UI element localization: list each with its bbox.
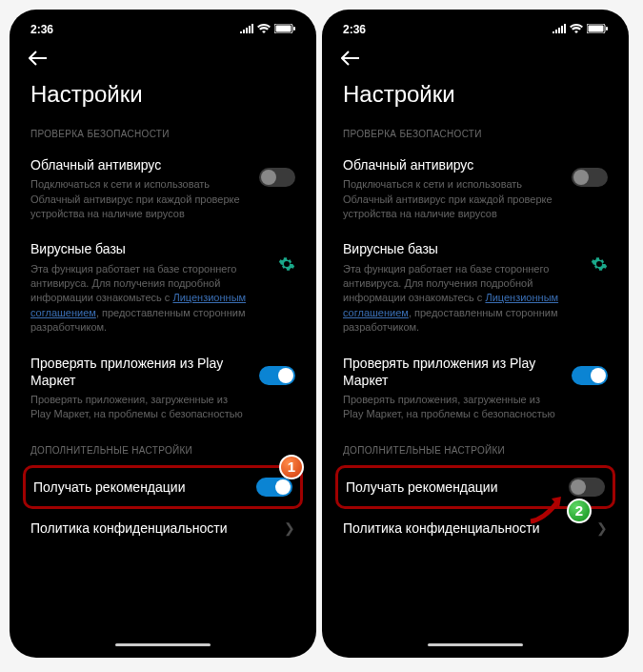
play-check-toggle[interactable] [572,366,608,385]
status-bar: 2:36 [328,17,623,40]
annotation-badge-1: 1 [279,455,304,479]
recommendations-title: Получать рекомендации [346,479,557,496]
status-icons [553,23,608,36]
virus-db-desc: Эта функция работает на базе стороннего … [30,262,267,336]
wifi-icon [570,23,583,36]
screen-left: 2:36 Настройки ПРОВЕРКА БЕЗОПАСНОСТИ [15,17,311,650]
phone-frame-left: 2:36 Настройки ПРОВЕРКА БЕЗОПАСНОСТИ [10,10,316,658]
cloud-av-desc: Подключаться к сети и использовать Облач… [30,177,248,221]
highlight-recommendations: 1 Получать рекомендации [23,465,303,509]
section-additional: ДОПОЛНИТЕЛЬНЫЕ НАСТРОЙКИ [328,439,623,465]
back-row [15,40,311,75]
virus-db-desc: Эта функция работает на базе стороннего … [343,262,579,336]
cloud-av-toggle[interactable] [572,168,608,187]
section-security: ПРОВЕРКА БЕЗОПАСНОСТИ [15,123,311,149]
annotation-badge-2: 2 [567,499,592,523]
chevron-right-icon: ❯ [596,520,608,536]
status-time: 2:36 [343,23,366,36]
svg-rect-1 [276,26,291,32]
cloud-av-title: Облачный антивирус [343,156,560,173]
status-bar: 2:36 [15,17,311,40]
svg-rect-4 [589,26,604,32]
cloud-av-desc: Подключаться к сети и использовать Облач… [343,177,560,221]
screen-right: 2:36 Настройки ПРОВЕРКА БЕЗОПАСНОСТИ [328,17,623,650]
recommendations-title: Получать рекомендации [33,479,245,496]
status-time: 2:36 [30,23,53,36]
wifi-icon [257,23,271,36]
back-icon[interactable] [341,49,360,70]
svg-rect-5 [606,27,608,31]
back-row [328,40,623,75]
privacy-title: Политика конфиденциальности [30,520,228,536]
gear-icon[interactable] [278,255,295,277]
annotation-arrow-icon [527,493,569,531]
play-check-title: Проверять приложения из Play Маркет [343,355,560,389]
setting-play-check[interactable]: Проверять приложения из Play Маркет Пров… [328,347,623,434]
setting-cloud-antivirus[interactable]: Облачный антивирус Подключаться к сети и… [15,149,311,233]
home-indicator[interactable] [115,643,211,646]
virus-db-title: Вирусные базы [343,240,579,257]
signal-icon [240,23,253,36]
highlight-recommendations: Получать рекомендации 2 [335,465,615,509]
battery-icon [274,23,295,36]
recommendations-toggle-off[interactable] [569,478,605,497]
play-check-desc: Проверять приложения, загруженные из Pla… [343,393,560,422]
recommendations-toggle-on[interactable] [256,478,292,497]
setting-virus-db[interactable]: Вирусные базы Эта функция работает на ба… [15,233,311,346]
setting-virus-db[interactable]: Вирусные базы Эта функция работает на ба… [328,233,623,346]
battery-icon [587,23,608,36]
svg-rect-2 [293,27,295,31]
chevron-right-icon: ❯ [284,520,295,536]
play-check-desc: Проверять приложения, загруженные из Pla… [30,393,248,422]
home-indicator[interactable] [428,643,523,646]
play-check-toggle[interactable] [259,366,295,385]
section-security: ПРОВЕРКА БЕЗОПАСНОСТИ [328,123,623,149]
gear-icon[interactable] [591,255,608,277]
play-check-title: Проверять приложения из Play Маркет [30,355,248,389]
setting-cloud-antivirus[interactable]: Облачный антивирус Подключаться к сети и… [328,149,623,233]
privacy-title: Политика конфиденциальности [343,520,540,536]
phone-frame-right: 2:36 Настройки ПРОВЕРКА БЕЗОПАСНОСТИ [322,10,629,658]
signal-icon [553,23,566,36]
back-icon[interactable] [29,49,48,70]
page-title: Настройки [15,75,311,123]
setting-play-check[interactable]: Проверять приложения из Play Маркет Пров… [15,347,311,434]
section-additional: ДОПОЛНИТЕЛЬНЫЕ НАСТРОЙКИ [15,439,311,465]
cloud-av-title: Облачный антивирус [30,156,248,173]
virus-db-title: Вирусные базы [30,240,267,257]
nav-privacy[interactable]: Политика конфиденциальности ❯ [15,509,311,547]
status-icons [240,23,295,36]
setting-recommendations[interactable]: Получать рекомендации [33,474,292,500]
page-title: Настройки [328,75,623,123]
cloud-av-toggle[interactable] [259,168,295,187]
